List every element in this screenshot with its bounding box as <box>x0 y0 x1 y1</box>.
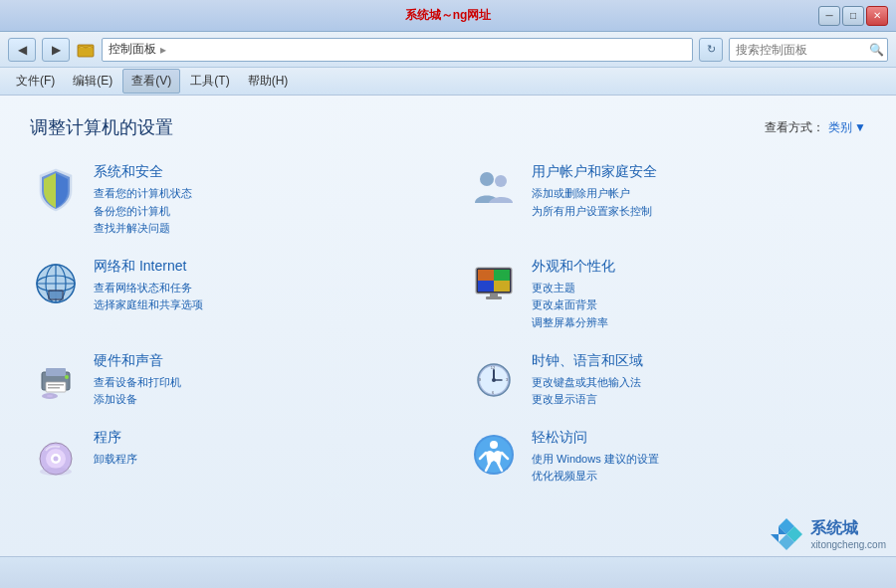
address-bar[interactable]: 控制面板 ▸ <box>102 38 693 62</box>
svg-point-43 <box>490 441 498 449</box>
category-hardware: 硬件和声音 查看设备和打印机 添加设备 <box>30 352 428 409</box>
view-label: 查看方式： <box>765 119 824 136</box>
main-content: 调整计算机的设置 查看方式： 类别 ▼ 系统和 <box>0 96 896 556</box>
appearance-link-3[interactable]: 调整屏幕分辨率 <box>532 314 866 332</box>
category-clock: 12 3 6 9 时钟、语言和区域 更改键盘或其他输入法 更改显示语言 <box>468 352 866 409</box>
programs-title[interactable]: 程序 <box>94 429 428 447</box>
easy-access-icon <box>468 429 520 481</box>
clock-link-2[interactable]: 更改显示语言 <box>532 391 866 409</box>
title-highlight-text: 系统城～ng网址 <box>405 8 492 22</box>
close-button[interactable]: ✕ <box>866 6 888 26</box>
menu-help[interactable]: 帮助(H) <box>240 70 297 93</box>
appearance-info: 外观和个性化 更改主题 更改桌面背景 调整屏幕分辨率 <box>532 258 866 332</box>
categories-grid: 系统和安全 查看您的计算机状态 备份您的计算机 查找并解决问题 用户帐户和家庭安… <box>30 163 866 486</box>
programs-icon <box>30 429 82 481</box>
easy-access-link-1[interactable]: 使用 Windows 建议的设置 <box>532 451 866 469</box>
clock-link-1[interactable]: 更改键盘或其他输入法 <box>532 374 866 392</box>
network-info: 网络和 Internet 查看网络状态和任务 选择家庭组和共享选项 <box>94 258 428 314</box>
system-security-link-3[interactable]: 查找并解决问题 <box>94 220 428 238</box>
svg-point-2 <box>495 175 507 187</box>
network-title[interactable]: 网络和 Internet <box>94 258 428 276</box>
network-link-2[interactable]: 选择家庭组和共享选项 <box>94 296 428 314</box>
menu-tools[interactable]: 工具(T) <box>182 70 237 93</box>
watermark-name: 系统城 <box>810 518 886 539</box>
system-security-link-2[interactable]: 备份您的计算机 <box>94 203 428 221</box>
search-icon[interactable]: 🔍 <box>867 41 885 59</box>
svg-rect-10 <box>50 292 62 298</box>
hardware-info: 硬件和声音 查看设备和打印机 添加设备 <box>94 352 428 409</box>
appearance-link-1[interactable]: 更改主题 <box>532 280 866 297</box>
forward-button[interactable]: ▶ <box>42 38 70 62</box>
svg-point-24 <box>65 375 69 379</box>
easy-access-link-2[interactable]: 优化视频显示 <box>532 468 866 486</box>
appearance-title[interactable]: 外观和个性化 <box>532 258 866 276</box>
page-header: 调整计算机的设置 查看方式： 类别 ▼ <box>30 115 866 139</box>
svg-rect-18 <box>486 296 502 299</box>
category-appearance: 外观和个性化 更改主题 更改桌面背景 调整屏幕分辨率 <box>468 258 866 332</box>
system-security-icon <box>30 163 82 215</box>
user-accounts-icon <box>468 163 520 215</box>
svg-rect-23 <box>48 387 60 389</box>
network-link-1[interactable]: 查看网络状态和任务 <box>94 280 428 297</box>
back-button[interactable]: ◀ <box>8 38 36 62</box>
watermark-text-group: 系统城 xitongcheng.com <box>810 518 886 550</box>
clock-icon: 12 3 6 9 <box>468 352 520 404</box>
svg-rect-22 <box>48 384 64 386</box>
menu-view[interactable]: 查看(V) <box>122 69 180 94</box>
category-programs: 程序 卸载程序 <box>30 429 428 486</box>
category-easy-access: 轻松访问 使用 Windows 建议的设置 优化视频显示 <box>468 429 866 486</box>
hardware-link-1[interactable]: 查看设备和打印机 <box>94 374 428 392</box>
menu-edit[interactable]: 编辑(E) <box>65 70 120 93</box>
watermark: 系统城 xitongcheng.com <box>769 516 886 552</box>
view-type-text: 类别 <box>828 119 852 136</box>
category-system-security: 系统和安全 查看您的计算机状态 备份您的计算机 查找并解决问题 <box>30 163 428 238</box>
refresh-button[interactable]: ↻ <box>699 38 723 62</box>
menu-bar: 文件(F) 编辑(E) 查看(V) 工具(T) 帮助(H) <box>0 68 896 96</box>
appearance-icon <box>468 258 520 309</box>
watermark-url: xitongcheng.com <box>810 539 886 550</box>
window-controls: ─ □ ✕ <box>818 6 888 26</box>
svg-point-40 <box>40 468 72 476</box>
svg-rect-20 <box>46 368 66 376</box>
status-bar <box>0 556 896 588</box>
programs-link-1[interactable]: 卸载程序 <box>94 451 428 469</box>
view-dropdown[interactable]: 类别 ▼ <box>828 119 866 136</box>
user-accounts-title[interactable]: 用户帐户和家庭安全 <box>532 163 866 181</box>
address-text: 控制面板 <box>109 41 156 58</box>
category-user-accounts: 用户帐户和家庭安全 添加或删除用户帐户 为所有用户设置家长控制 <box>468 163 866 238</box>
hardware-icon <box>30 352 82 404</box>
user-accounts-link-2[interactable]: 为所有用户设置家长控制 <box>532 203 866 221</box>
watermark-logo <box>769 516 804 552</box>
menu-file[interactable]: 文件(F) <box>8 70 63 93</box>
svg-rect-14 <box>494 270 510 281</box>
toolbar: ◀ ▶ 控制面板 ▸ ↻ 🔍 <box>0 32 896 68</box>
easy-access-title[interactable]: 轻松访问 <box>532 429 866 447</box>
system-security-title[interactable]: 系统和安全 <box>94 163 428 181</box>
view-options: 查看方式： 类别 ▼ <box>765 119 866 136</box>
clock-title[interactable]: 时钟、语言和区域 <box>532 352 866 370</box>
system-security-link-1[interactable]: 查看您的计算机状态 <box>94 185 428 203</box>
hardware-title[interactable]: 硬件和声音 <box>94 352 428 370</box>
user-accounts-info: 用户帐户和家庭安全 添加或删除用户帐户 为所有用户设置家长控制 <box>532 163 866 220</box>
view-arrow-icon: ▼ <box>854 120 866 134</box>
window-title: 系统城～ng网址 <box>405 7 492 24</box>
appearance-link-2[interactable]: 更改桌面背景 <box>532 296 866 314</box>
programs-info: 程序 卸载程序 <box>94 429 428 469</box>
search-wrapper: 🔍 <box>729 38 888 62</box>
user-accounts-link-1[interactable]: 添加或删除用户帐户 <box>532 185 866 203</box>
svg-rect-13 <box>478 270 494 281</box>
minimize-button[interactable]: ─ <box>818 6 840 26</box>
svg-point-1 <box>480 172 494 186</box>
search-input[interactable] <box>729 38 888 62</box>
clock-info: 时钟、语言和区域 更改键盘或其他输入法 更改显示语言 <box>532 352 866 409</box>
category-network: 网络和 Internet 查看网络状态和任务 选择家庭组和共享选项 <box>30 258 428 332</box>
system-security-info: 系统和安全 查看您的计算机状态 备份您的计算机 查找并解决问题 <box>94 163 428 238</box>
svg-rect-15 <box>478 281 494 292</box>
svg-rect-16 <box>494 281 510 292</box>
hardware-link-2[interactable]: 添加设备 <box>94 391 428 409</box>
page-title: 调整计算机的设置 <box>30 115 173 139</box>
easy-access-info: 轻松访问 使用 Windows 建议的设置 优化视频显示 <box>532 429 866 486</box>
svg-point-26 <box>47 394 53 396</box>
restore-button[interactable]: □ <box>842 6 864 26</box>
address-icon <box>76 40 96 60</box>
